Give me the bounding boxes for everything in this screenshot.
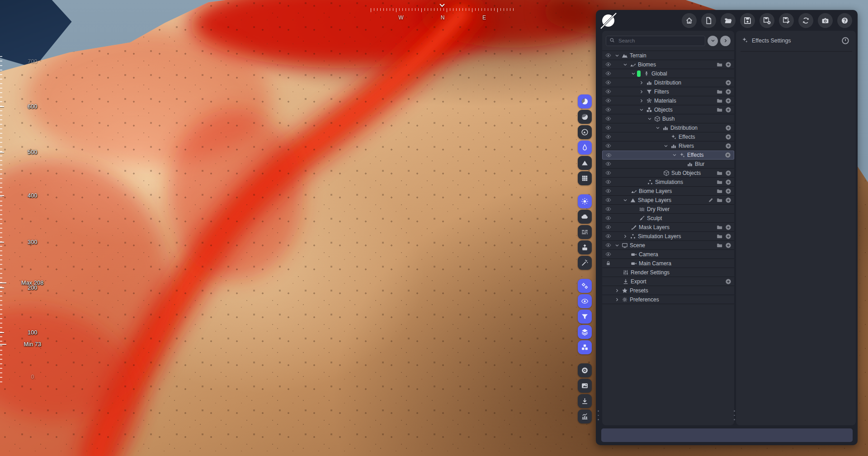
grid-toggle-button[interactable] bbox=[578, 171, 592, 185]
chevron-down-icon[interactable] bbox=[671, 152, 678, 158]
chevron-down-icon[interactable] bbox=[613, 242, 621, 249]
tree-row-export[interactable]: Export bbox=[602, 277, 734, 286]
mountain-toggle-button[interactable] bbox=[578, 156, 592, 170]
visibility-toggle[interactable] bbox=[605, 143, 611, 149]
help-button[interactable] bbox=[837, 13, 852, 28]
add-button[interactable] bbox=[725, 89, 731, 95]
tree-row-distribution[interactable]: Distribution bbox=[602, 78, 734, 87]
tree-row-biome-layers[interactable]: Biome Layers bbox=[602, 187, 734, 196]
visibility-toggle[interactable] bbox=[605, 80, 611, 86]
visibility-toggle[interactable] bbox=[605, 215, 611, 221]
tree-row-bush[interactable]: Bush bbox=[602, 114, 734, 123]
pie-view-toggle-button[interactable] bbox=[578, 94, 592, 108]
tree-row-effects[interactable]: Effects bbox=[602, 132, 734, 141]
add-button[interactable] bbox=[725, 179, 731, 185]
visibility-toggle[interactable] bbox=[605, 161, 611, 167]
home-button[interactable] bbox=[682, 13, 697, 28]
chevron-right-icon[interactable] bbox=[638, 98, 645, 104]
chevron-right-icon[interactable] bbox=[613, 296, 621, 303]
eye-toggle-button[interactable] bbox=[578, 294, 592, 308]
chevron-right-icon[interactable] bbox=[613, 287, 621, 294]
tree-row-scene[interactable]: Scene bbox=[602, 241, 734, 250]
tree-row-blur[interactable]: Blur bbox=[602, 160, 734, 169]
add-button[interactable] bbox=[725, 98, 731, 104]
search-box[interactable] bbox=[606, 36, 705, 46]
chevron-down-icon[interactable] bbox=[638, 107, 645, 113]
wand-toggle-button[interactable] bbox=[578, 256, 592, 270]
objects-toggle-button[interactable] bbox=[578, 340, 592, 354]
visibility-toggle[interactable] bbox=[605, 134, 611, 140]
disable-effects-button[interactable] bbox=[840, 36, 850, 46]
visibility-toggle[interactable] bbox=[605, 224, 611, 230]
visibility-toggle[interactable] bbox=[605, 61, 611, 68]
tree-row-biomes[interactable]: Biomes bbox=[602, 60, 734, 69]
add-button[interactable] bbox=[725, 233, 731, 240]
panel-resize-handle[interactable] bbox=[598, 410, 599, 420]
cloud-toggle-button[interactable] bbox=[578, 210, 592, 224]
new-file-button[interactable] bbox=[701, 13, 716, 28]
chevron-down-icon[interactable] bbox=[646, 116, 653, 122]
tree-row-camera[interactable]: Camera bbox=[602, 250, 734, 259]
funnel-toggle-button[interactable] bbox=[578, 310, 592, 324]
add-button[interactable] bbox=[725, 242, 731, 249]
tree-row-effects[interactable]: Effects bbox=[602, 150, 734, 160]
group-folder-button[interactable] bbox=[717, 188, 722, 194]
chevron-down-icon[interactable] bbox=[613, 52, 621, 59]
tree-row-mask-layers[interactable]: Mask Layers bbox=[602, 223, 734, 232]
chevron-right-icon[interactable] bbox=[638, 89, 645, 95]
download-toggle-button[interactable] bbox=[578, 394, 592, 408]
lock-toggle[interactable] bbox=[605, 260, 611, 267]
tree-row-distribution[interactable]: Distribution bbox=[602, 123, 734, 132]
tree-row-materials[interactable]: Materials bbox=[602, 96, 734, 105]
tree-row-shape-layers[interactable]: Shape Layers bbox=[602, 196, 734, 205]
add-button[interactable] bbox=[725, 188, 731, 194]
group-folder-button[interactable] bbox=[717, 170, 722, 176]
add-button[interactable] bbox=[725, 197, 731, 203]
tree-row-preferences[interactable]: Preferences bbox=[602, 295, 734, 304]
tree-row-filters[interactable]: Filters bbox=[602, 87, 734, 96]
visibility-toggle[interactable] bbox=[605, 71, 611, 77]
save-as-button[interactable] bbox=[760, 13, 774, 28]
visibility-toggle[interactable] bbox=[605, 52, 611, 59]
visibility-toggle[interactable] bbox=[605, 251, 611, 258]
tree-row-dry-river[interactable]: Dry River bbox=[602, 205, 734, 214]
tree-row-sculpt[interactable]: Sculpt bbox=[602, 214, 734, 223]
add-button[interactable] bbox=[725, 224, 731, 230]
tree-row-render-settings[interactable]: Render Settings bbox=[602, 268, 734, 277]
edit-button[interactable] bbox=[708, 197, 714, 203]
gears-toggle-button[interactable] bbox=[578, 279, 592, 293]
group-folder-button[interactable] bbox=[717, 179, 722, 185]
droplet-toggle-button[interactable] bbox=[578, 141, 592, 155]
group-folder-button[interactable] bbox=[717, 98, 722, 103]
open-project-button[interactable] bbox=[721, 13, 736, 28]
tree-row-objects[interactable]: Objects bbox=[602, 105, 734, 114]
add-button[interactable] bbox=[725, 143, 731, 149]
chevron-down-icon[interactable] bbox=[654, 125, 661, 131]
visibility-toggle[interactable] bbox=[605, 116, 611, 122]
add-button[interactable] bbox=[725, 170, 731, 176]
visibility-toggle[interactable] bbox=[605, 152, 612, 158]
tree-row-simulations[interactable]: Simulations bbox=[602, 178, 734, 187]
circle-peak-toggle-button[interactable] bbox=[578, 125, 592, 139]
visibility-toggle[interactable] bbox=[605, 107, 611, 113]
box-up-toggle-button[interactable] bbox=[578, 240, 592, 254]
visibility-toggle[interactable] bbox=[605, 233, 611, 240]
tree-row-rivers[interactable]: Rivers bbox=[602, 141, 734, 150]
group-folder-button[interactable] bbox=[717, 233, 722, 239]
split-resize-handle[interactable] bbox=[734, 410, 735, 420]
pie-view-alt-toggle-button[interactable] bbox=[578, 110, 592, 124]
chevron-right-icon[interactable] bbox=[622, 233, 629, 240]
tree-row-presets[interactable]: Presets bbox=[602, 286, 734, 295]
chevron-down-icon[interactable] bbox=[622, 61, 629, 68]
visibility-toggle[interactable] bbox=[605, 89, 611, 95]
screenshot-button[interactable] bbox=[818, 13, 833, 28]
chevron-down-icon[interactable] bbox=[622, 197, 629, 203]
chevron-right-icon[interactable] bbox=[638, 80, 645, 86]
visibility-toggle[interactable] bbox=[605, 125, 611, 131]
group-folder-button[interactable] bbox=[717, 197, 722, 203]
tree-row-sub-objects[interactable]: Sub Objects bbox=[602, 169, 734, 178]
visibility-toggle[interactable] bbox=[605, 170, 611, 176]
image-toggle-button[interactable] bbox=[578, 379, 592, 393]
next-match-button[interactable] bbox=[720, 36, 731, 46]
save-copy-button[interactable] bbox=[779, 13, 794, 28]
